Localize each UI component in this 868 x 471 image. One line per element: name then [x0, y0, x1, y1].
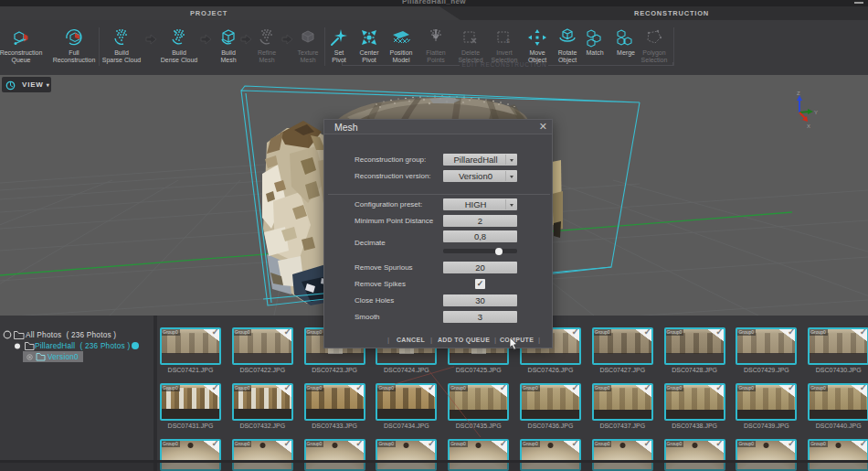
svg-text:Z: Z	[797, 91, 800, 96]
svg-text:X: X	[807, 123, 810, 129]
svg-text:Y: Y	[814, 110, 818, 115]
